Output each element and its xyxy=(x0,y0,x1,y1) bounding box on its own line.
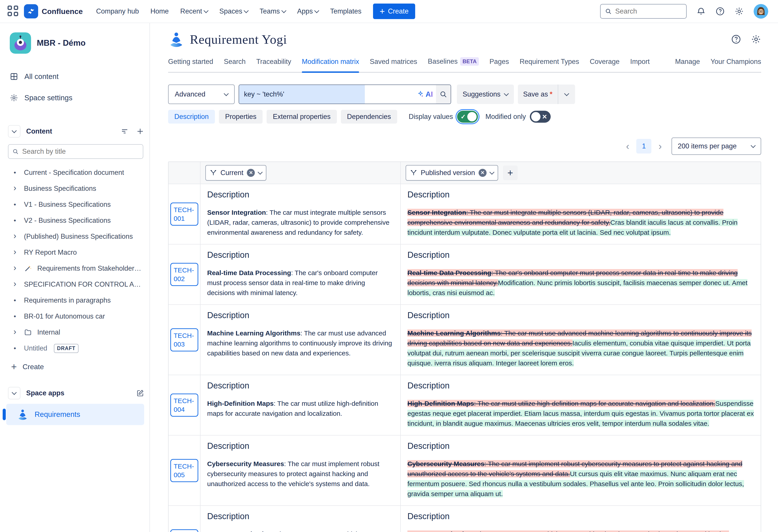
nav-templates[interactable]: Templates xyxy=(330,7,361,15)
chevron-right-icon: › xyxy=(11,280,19,288)
sidebar-create-button[interactable]: + Create xyxy=(6,361,144,372)
current-cell: Description High-Definition Maps: The ca… xyxy=(200,375,400,435)
tree-item[interactable]: •V2 - Business Specifications xyxy=(6,213,144,229)
settings-gear-icon[interactable] xyxy=(734,7,744,16)
nav-teams[interactable]: Teams xyxy=(259,7,286,15)
confluence-brand[interactable]: Confluence xyxy=(24,4,83,18)
sidebar-item-space-settings[interactable]: Space settings xyxy=(6,89,144,106)
tree-item[interactable]: •Requirements in paragraphs xyxy=(6,292,144,308)
tree-item[interactable]: •BR-01 for Autonomous car xyxy=(6,308,144,324)
search-mode-select[interactable]: Advanced xyxy=(168,84,235,104)
search-icon xyxy=(12,148,19,155)
help-icon[interactable] xyxy=(715,7,725,16)
requirement-key[interactable]: TECH-002 xyxy=(170,263,198,286)
collapse-space-apps-button[interactable] xyxy=(8,387,20,399)
pill-external-properties[interactable]: External properties xyxy=(266,110,337,124)
space-sidebar: MBR - Démo All content Space settings Co… xyxy=(0,23,150,532)
plus-icon: + xyxy=(11,361,17,372)
search-by-title-box[interactable] xyxy=(8,144,143,159)
requirement-key[interactable]: TECH-006 xyxy=(170,529,198,532)
tree-item[interactable]: › Requirements from Stakeholders (... xyxy=(6,260,144,277)
tree-item[interactable]: •UntitledDRAFT xyxy=(6,340,144,356)
tab-requirement-types[interactable]: Requirement Types xyxy=(520,58,579,72)
pill-dependencies[interactable]: Dependencies xyxy=(341,110,397,124)
nav-recent[interactable]: Recent xyxy=(180,7,208,15)
tab-pages[interactable]: Pages xyxy=(489,58,509,72)
tree-item[interactable]: ›(Published) Business Specifications xyxy=(6,229,144,244)
user-avatar[interactable] xyxy=(754,4,768,19)
tree-item[interactable]: ›SPECIFICATION FOR CONTROL AND... xyxy=(6,277,144,292)
save-as-menu-button[interactable] xyxy=(558,84,575,104)
app-switcher-icon[interactable] xyxy=(8,6,19,17)
requirement-key[interactable]: TECH-005 xyxy=(170,459,198,482)
modified-only-toggle[interactable]: ✕ xyxy=(530,111,551,123)
collapse-content-button[interactable] xyxy=(8,125,20,138)
settings-gear-icon[interactable] xyxy=(751,34,761,45)
main-content: Requirement Yogi Getting started Search … xyxy=(150,23,778,532)
published-cell: Description Machine Learning Algorithms:… xyxy=(400,304,761,375)
tree-item[interactable]: ›Business Specifications xyxy=(6,180,144,197)
save-as-split-button: Save as* xyxy=(518,84,575,104)
search-by-title-input[interactable] xyxy=(22,148,139,156)
global-search-box[interactable] xyxy=(600,4,687,19)
tree-item[interactable]: › Internal xyxy=(6,324,144,340)
tab-traceability[interactable]: Traceability xyxy=(256,58,291,72)
tree-item[interactable]: ›RY Report Macro xyxy=(6,244,144,260)
tab-coverage[interactable]: Coverage xyxy=(590,58,619,72)
page-title: Requirement Yogi xyxy=(190,32,287,47)
nav-company-hub[interactable]: Company hub xyxy=(96,7,139,15)
edit-icon[interactable] xyxy=(136,389,144,397)
tree-item[interactable]: •V1 - Business Specifications xyxy=(6,197,144,213)
pill-description[interactable]: Description xyxy=(168,110,215,124)
notifications-bell-icon[interactable] xyxy=(696,7,706,16)
query-input[interactable]: key ~ 'tech%' AI xyxy=(239,84,451,104)
suggestions-button[interactable]: Suggestions xyxy=(457,84,514,104)
content-tree: •Current - Specification document ›Busin… xyxy=(6,165,144,356)
remove-column-icon[interactable]: ✕ xyxy=(247,169,255,177)
tab-modification-matrix[interactable]: Modification matrix xyxy=(302,58,359,72)
add-column-button[interactable]: + xyxy=(503,165,518,180)
requirement-key[interactable]: TECH-001 xyxy=(170,203,198,226)
content-section-header: Content xyxy=(6,125,144,138)
top-navigation: Company hub Home Recent Spaces Teams App… xyxy=(96,7,362,15)
key-column-header xyxy=(168,162,200,184)
prev-page-button[interactable]: ‹ xyxy=(625,141,631,151)
sidebar-item-all-content[interactable]: All content xyxy=(6,68,144,85)
help-icon[interactable] xyxy=(731,34,741,45)
tab-saved-matrices[interactable]: Saved matrices xyxy=(370,58,417,72)
nav-home[interactable]: Home xyxy=(150,7,169,15)
tab-your-champions[interactable]: Your Champions xyxy=(711,58,761,72)
tree-item[interactable]: •Current - Specification document xyxy=(6,165,144,180)
add-content-icon[interactable] xyxy=(136,127,144,135)
nav-spaces[interactable]: Spaces xyxy=(219,7,248,15)
filter-lines-icon[interactable] xyxy=(121,127,129,135)
global-search-input[interactable] xyxy=(615,7,682,15)
chevron-down-icon xyxy=(564,91,569,96)
display-values-toggle[interactable]: ✓ xyxy=(457,111,478,123)
nav-apps[interactable]: Apps xyxy=(297,7,319,15)
requirement-key[interactable]: TECH-003 xyxy=(170,328,198,352)
filter-toolbar: Description Properties External properti… xyxy=(168,109,761,124)
tab-baselines[interactable]: BaselinesBETA xyxy=(428,57,479,72)
tab-import[interactable]: Import xyxy=(630,58,650,72)
tab-search[interactable]: Search xyxy=(224,58,245,72)
page-number[interactable]: 1 xyxy=(636,139,651,154)
pill-properties[interactable]: Properties xyxy=(219,110,262,124)
deleted-text: V2X Communication: The car must support … xyxy=(407,530,729,532)
current-version-chip[interactable]: Current ✕ xyxy=(205,165,266,180)
folder-icon xyxy=(24,328,32,336)
sidebar-item-requirements[interactable]: Requirements xyxy=(6,404,144,425)
requirement-key[interactable]: TECH-004 xyxy=(170,394,198,416)
run-search-button[interactable] xyxy=(436,85,451,103)
ai-assist-button[interactable]: AI xyxy=(414,85,436,103)
tab-getting-started[interactable]: Getting started xyxy=(168,58,213,72)
create-button[interactable]: + Create xyxy=(373,4,415,19)
tab-manage[interactable]: Manage xyxy=(675,58,700,72)
published-version-chip[interactable]: Published version ✕ xyxy=(406,165,498,180)
chevron-down-icon xyxy=(244,8,249,13)
next-page-button[interactable]: › xyxy=(657,141,663,151)
page-size-select[interactable]: 200 items per page xyxy=(672,138,761,155)
remove-column-icon[interactable]: ✕ xyxy=(479,169,486,177)
space-avatar[interactable] xyxy=(10,32,31,54)
save-as-button[interactable]: Save as* xyxy=(518,84,558,104)
